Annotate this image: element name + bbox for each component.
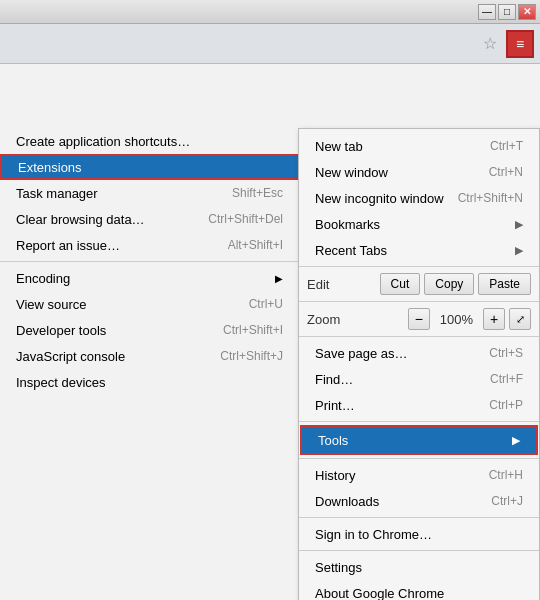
zoom-row: Zoom − 100% + ⤢ xyxy=(299,305,539,333)
menu-item-find[interactable]: Find… Ctrl+F xyxy=(299,366,539,392)
submenu-item-task-manager[interactable]: Task manager Shift+Esc xyxy=(0,180,299,206)
submenu-item-create-shortcuts[interactable]: Create application shortcuts… xyxy=(0,128,299,154)
submenu-item-inspect-devices[interactable]: Inspect devices xyxy=(0,369,299,395)
menu-item-settings[interactable]: Settings xyxy=(299,554,539,580)
menu-button[interactable]: ≡ xyxy=(506,30,534,58)
menu-item-new-tab[interactable]: New tab Ctrl+T xyxy=(299,133,539,159)
menu-separator-4 xyxy=(299,421,539,422)
menu-item-recent-tabs[interactable]: Recent Tabs ▶ xyxy=(299,237,539,263)
paste-button[interactable]: Paste xyxy=(478,273,531,295)
submenu-item-js-console[interactable]: JavaScript console Ctrl+Shift+J xyxy=(0,343,299,369)
menu-separator-6 xyxy=(299,517,539,518)
menu-separator-7 xyxy=(299,550,539,551)
submenu-item-report-issue[interactable]: Report an issue… Alt+Shift+I xyxy=(0,232,299,258)
browser-toolbar: ☆ ≡ xyxy=(0,24,540,64)
menu-separator-2 xyxy=(299,301,539,302)
copy-button[interactable]: Copy xyxy=(424,273,474,295)
menu-item-sign-in[interactable]: Sign in to Chrome… xyxy=(299,521,539,547)
submenu-item-developer-tools[interactable]: Developer tools Ctrl+Shift+I xyxy=(0,317,299,343)
submenu-item-extensions[interactable]: Extensions xyxy=(0,154,299,180)
hamburger-icon: ≡ xyxy=(516,37,524,51)
menu-separator-3 xyxy=(299,336,539,337)
browser-window: — □ ✕ ☆ ≡ Create application shortcuts… … xyxy=(0,0,540,600)
menu-item-about-chrome[interactable]: About Google Chrome xyxy=(299,580,539,600)
zoom-out-button[interactable]: − xyxy=(408,308,430,330)
maximize-button[interactable]: □ xyxy=(498,4,516,20)
minimize-button[interactable]: — xyxy=(478,4,496,20)
title-bar: — □ ✕ xyxy=(0,0,540,24)
submenu-item-view-source[interactable]: View source Ctrl+U xyxy=(0,291,299,317)
zoom-value: 100% xyxy=(434,310,479,329)
tools-submenu: Create application shortcuts… Extensions… xyxy=(0,128,300,600)
menu-item-print[interactable]: Print… Ctrl+P xyxy=(299,392,539,418)
menu-separator-5 xyxy=(299,458,539,459)
menu-separator-1 xyxy=(299,266,539,267)
submenu-separator-1 xyxy=(0,261,299,262)
submenu-item-encoding[interactable]: Encoding ▶ xyxy=(0,265,299,291)
edit-label: Edit xyxy=(307,277,376,292)
close-button[interactable]: ✕ xyxy=(518,4,536,20)
zoom-label: Zoom xyxy=(307,312,404,327)
submenu-item-clear-browsing[interactable]: Clear browsing data… Ctrl+Shift+Del xyxy=(0,206,299,232)
menu-item-bookmarks[interactable]: Bookmarks ▶ xyxy=(299,211,539,237)
menu-item-tools[interactable]: Tools ▶ xyxy=(302,427,536,453)
title-bar-buttons: — □ ✕ xyxy=(478,4,536,20)
menu-item-new-window[interactable]: New window Ctrl+N xyxy=(299,159,539,185)
fullscreen-button[interactable]: ⤢ xyxy=(509,308,531,330)
bookmark-star-icon[interactable]: ☆ xyxy=(476,30,504,58)
menu-item-new-incognito[interactable]: New incognito window Ctrl+Shift+N xyxy=(299,185,539,211)
zoom-in-button[interactable]: + xyxy=(483,308,505,330)
menu-item-downloads[interactable]: Downloads Ctrl+J xyxy=(299,488,539,514)
browser-content-area: Create application shortcuts… Extensions… xyxy=(0,64,540,600)
cut-button[interactable]: Cut xyxy=(380,273,421,295)
edit-row: Edit Cut Copy Paste xyxy=(299,270,539,298)
menu-item-save-page[interactable]: Save page as… Ctrl+S xyxy=(299,340,539,366)
tools-highlight-container: Tools ▶ xyxy=(300,425,538,455)
main-dropdown-menu: New tab Ctrl+T New window Ctrl+N New inc… xyxy=(298,128,540,600)
menu-item-history[interactable]: History Ctrl+H xyxy=(299,462,539,488)
